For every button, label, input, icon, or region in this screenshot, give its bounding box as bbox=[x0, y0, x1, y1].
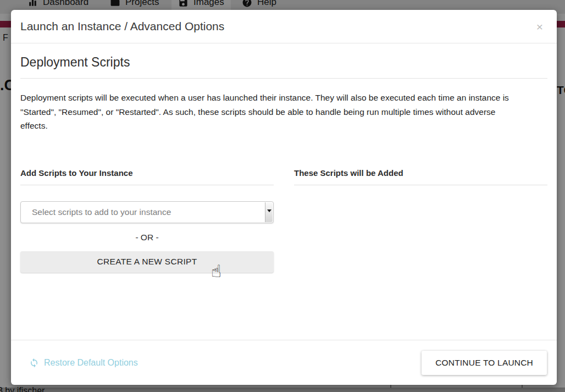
chevron-down-icon[interactable] bbox=[265, 202, 273, 222]
deployment-scripts-heading: Deployment Scripts bbox=[20, 55, 547, 79]
restore-default-options-label: Restore Default Options bbox=[44, 358, 138, 368]
added-scripts-heading: These Scripts will be Added bbox=[294, 168, 547, 185]
added-scripts-column: These Scripts will be Added bbox=[294, 168, 547, 273]
launch-advanced-options-modal: Launch an Instance / Advanced Options × … bbox=[11, 10, 557, 385]
add-scripts-column: Add Scripts to Your Instance Select scri… bbox=[20, 168, 274, 273]
scripts-select[interactable]: Select scripts to add to your instance bbox=[20, 201, 274, 223]
add-scripts-heading: Add Scripts to Your Instance bbox=[20, 168, 274, 185]
continue-to-launch-button[interactable]: CONTINUE TO LAUNCH bbox=[422, 351, 547, 375]
scripts-select-placeholder: Select scripts to add to your instance bbox=[21, 207, 171, 217]
modal-body: Deployment Scripts Deployment scripts wi… bbox=[11, 43, 557, 273]
refresh-icon bbox=[29, 358, 39, 368]
deployment-scripts-description: Deployment scripts will be executed when… bbox=[20, 91, 522, 133]
restore-default-options-button[interactable]: Restore Default Options bbox=[29, 358, 138, 368]
close-icon[interactable]: × bbox=[532, 19, 547, 35]
scripts-columns: Add Scripts to Your Instance Select scri… bbox=[20, 168, 547, 273]
modal-header: Launch an Instance / Advanced Options × bbox=[11, 10, 557, 43]
modal-footer: Restore Default Options CONTINUE TO LAUN… bbox=[11, 340, 557, 385]
or-separator: - OR - bbox=[20, 233, 274, 242]
modal-title: Launch an Instance / Advanced Options bbox=[20, 20, 532, 33]
create-new-script-button[interactable]: CREATE A NEW SCRIPT bbox=[20, 251, 274, 273]
